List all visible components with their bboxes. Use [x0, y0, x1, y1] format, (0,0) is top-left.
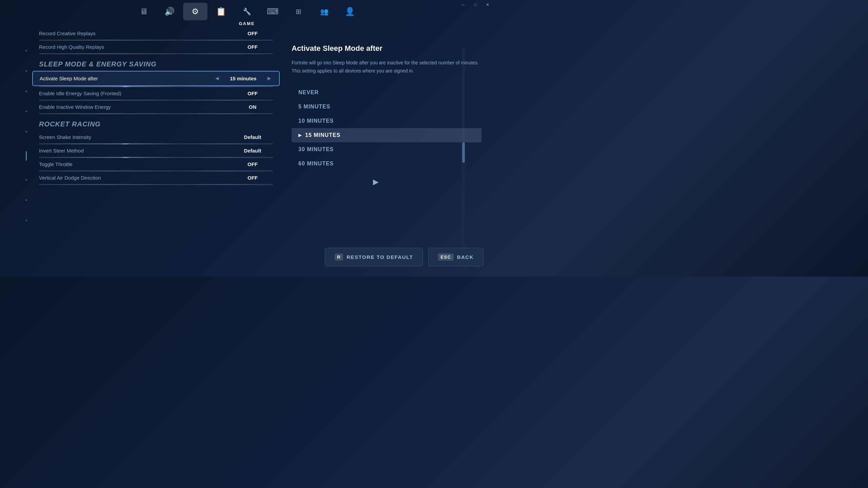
option-label: 15 MINUTES: [305, 132, 340, 138]
setting-label: Enable Inactive Window Energy: [39, 104, 232, 110]
setting-label: Vertical Air Dodge Direction: [39, 175, 232, 181]
top-navigation: 🖥 🔊 ⚙ 📋 🔧 ⌨ ⊞ 👥 👤: [132, 3, 362, 20]
setting-label: Screen Shake Intensity: [39, 134, 232, 140]
setting-value: 15 minutes: [223, 76, 263, 81]
scroll-dot: [25, 220, 27, 221]
nav-audio[interactable]: 🔊: [157, 3, 182, 20]
options-list: NEVER 5 MINUTES 10 MINUTES ▶ 15 MINUTES …: [292, 85, 481, 171]
back-key: ESC: [438, 253, 453, 261]
setting-value: OFF: [232, 30, 273, 36]
rocket-section-header: ROCKET RACING: [32, 114, 280, 131]
bottom-buttons: R RESTORE TO DEFAULT ESC BACK: [325, 248, 484, 266]
back-label: BACK: [457, 254, 474, 260]
setting-value: OFF: [232, 175, 273, 181]
setting-sleep-mode[interactable]: Activate Sleep Mode after ◄ 15 minutes ►: [32, 71, 280, 86]
controller-layout-icon: ⊞: [296, 7, 301, 16]
nav-accessibility[interactable]: 🔧: [235, 3, 259, 20]
option-30min[interactable]: 30 MINUTES: [292, 142, 481, 157]
setting-record-creative[interactable]: Record Creative Replays OFF: [32, 27, 280, 40]
nav-social[interactable]: 👥: [312, 3, 336, 20]
nav-profile[interactable]: 👤: [338, 3, 362, 20]
setting-label: Activate Sleep Mode after: [40, 76, 214, 81]
back-button[interactable]: ESC BACK: [428, 248, 484, 266]
setting-value: OFF: [232, 90, 273, 96]
setting-value: Default: [232, 148, 273, 154]
scroll-dot-active: [26, 151, 27, 161]
display-icon: 🖥: [140, 7, 148, 16]
scroll-dot: [25, 199, 27, 201]
settings-icon: ⚙: [192, 7, 199, 16]
scroll-dot: [25, 50, 27, 52]
setting-label: Toggle Throttle: [39, 161, 232, 167]
right-panel: Activate Sleep Mode after Fortnite will …: [285, 37, 488, 193]
profile-icon: 👤: [345, 7, 355, 16]
option-label: 30 MINUTES: [298, 146, 334, 152]
keyboard-icon: ⌨: [267, 7, 279, 16]
nav-display[interactable]: 🖥: [132, 3, 156, 20]
setting-bar: [39, 184, 273, 185]
option-5min[interactable]: 5 MINUTES: [292, 100, 481, 114]
option-60min[interactable]: 60 MINUTES: [292, 157, 481, 171]
nav-settings[interactable]: ⚙: [183, 3, 208, 20]
arrow-right[interactable]: ►: [266, 75, 272, 82]
setting-label: Record Creative Replays: [39, 30, 232, 36]
restore-key: R: [335, 253, 343, 261]
setting-value: OFF: [232, 161, 273, 167]
scroll-dot: [25, 131, 27, 133]
setting-vertical-air[interactable]: Vertical Air Dodge Direction OFF: [32, 171, 280, 184]
right-panel-title: Activate Sleep Mode after: [292, 44, 481, 53]
scroll-dot: [25, 179, 27, 181]
restore-label: RESTORE TO DEFAULT: [347, 254, 413, 260]
setting-inactive-window[interactable]: Enable Inactive Window Energy ON ▼: [32, 101, 280, 113]
setting-idle-energy[interactable]: Enable Idle Energy Saving (Fronted) OFF: [32, 87, 280, 100]
option-label: 5 MINUTES: [298, 104, 330, 110]
cursor-arrow-icon: ▶: [373, 178, 481, 186]
setting-value: ON: [232, 104, 273, 110]
option-never[interactable]: NEVER: [292, 85, 481, 100]
accessibility-icon: 🔧: [243, 7, 251, 16]
sleep-section-header: SLEEP MODE & ENERGY SAVING: [32, 54, 280, 71]
audio-icon: 🔊: [164, 7, 175, 16]
setting-toggle-throttle[interactable]: Toggle Throttle OFF: [32, 158, 280, 170]
arrow-left[interactable]: ◄: [214, 75, 220, 82]
scroll-indicators: [24, 41, 28, 230]
setting-screen-shake[interactable]: Screen Shake Intensity Default: [32, 131, 280, 143]
settings-content: Record Creative Replays OFF Record High …: [32, 27, 280, 271]
setting-value: Default: [232, 134, 273, 140]
selected-arrow-icon: ▶: [298, 133, 302, 138]
social-icon: 👥: [320, 7, 329, 16]
scroll-dot: [25, 110, 27, 112]
maximize-button[interactable]: □: [469, 0, 481, 9]
nav-controller-layout[interactable]: ⊞: [286, 3, 311, 20]
scroll-dot: [25, 70, 27, 72]
section-label: GAME: [239, 21, 255, 26]
minimize-button[interactable]: ─: [457, 0, 469, 9]
setting-label: Invert Steer Method: [39, 148, 232, 154]
setting-arrows: ◄ 15 minutes ►: [214, 75, 272, 82]
titlebar: ─ □ ✕: [457, 0, 494, 9]
close-button[interactable]: ✕: [481, 0, 494, 9]
setting-record-hq[interactable]: Record High Quality Replays OFF: [32, 41, 280, 53]
account-icon: 📋: [216, 7, 226, 16]
restore-default-button[interactable]: R RESTORE TO DEFAULT: [325, 248, 423, 266]
setting-label: Enable Idle Energy Saving (Fronted): [39, 90, 232, 96]
nav-keyboard[interactable]: ⌨: [260, 3, 285, 20]
option-10min[interactable]: 10 MINUTES: [292, 114, 481, 128]
scroll-dot: [25, 90, 27, 92]
nav-account[interactable]: 📋: [209, 3, 233, 20]
right-panel-description: Fortnite will go into Sleep Mode after y…: [292, 59, 481, 75]
setting-invert-steer[interactable]: Invert Steer Method Default: [32, 144, 280, 157]
setting-value: OFF: [232, 44, 273, 50]
option-label: 60 MINUTES: [298, 161, 334, 167]
option-15min[interactable]: ▶ 15 MINUTES: [292, 128, 481, 142]
option-label: 10 MINUTES: [298, 118, 334, 124]
setting-label: Record High Quality Replays: [39, 44, 232, 50]
option-label: NEVER: [298, 89, 319, 96]
